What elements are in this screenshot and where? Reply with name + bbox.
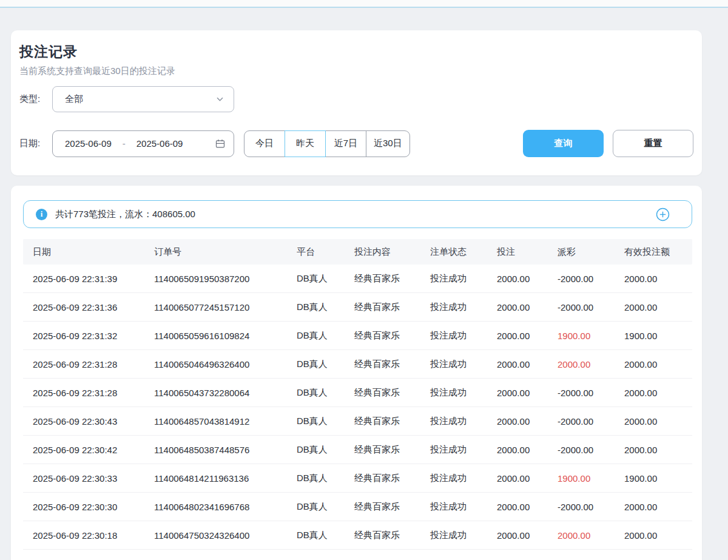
column-header: 注单状态 (420, 246, 487, 258)
cell-payout: -2000.00 (548, 388, 615, 398)
cell-platform: DB真人 (287, 302, 345, 313)
page-title: 投注记录 (19, 42, 693, 61)
quick-range-button[interactable]: 昨天 (285, 130, 326, 157)
cell-status: 投注成功 (420, 473, 487, 484)
cell-valid-amount: 2000.00 (615, 416, 692, 427)
summary-banner: i 共计773笔投注，流水：408605.00 (23, 200, 692, 228)
table-row: 2025-06-09 22:31:39 1140065091950387200 … (23, 265, 692, 293)
results-card: i 共计773笔投注，流水：408605.00 日期订单号平台投注内容注单状态投… (11, 186, 702, 560)
cell-status: 投注成功 (420, 501, 487, 513)
cell-bet-content: 经典百家乐 (345, 273, 420, 285)
cell-valid-amount: 2000.00 (615, 388, 692, 398)
cell-bet-content: 经典百家乐 (345, 530, 420, 541)
cell-payout: -2000.00 (548, 445, 615, 455)
plus-circle-icon[interactable] (656, 207, 670, 221)
top-strip (0, 0, 728, 7)
cell-payout: -2000.00 (548, 302, 615, 312)
cell-order-number: 1140064857043814912 (144, 416, 287, 427)
cell-status: 投注成功 (420, 330, 487, 342)
table-row: 2025-06-09 22:30:42 1140064850387448576 … (23, 436, 692, 464)
cell-payout: -2000.00 (548, 502, 615, 512)
table-row: 2025-06-09 22:31:32 1140065059616109824 … (23, 322, 692, 350)
cell-bet-content: 经典百家乐 (345, 473, 420, 484)
cell-platform: DB真人 (287, 473, 345, 484)
bet-records-table: 日期订单号平台投注内容注单状态投注派彩有效投注额 2025-06-09 22:3… (23, 239, 692, 550)
cell-order-number: 1140064802341696768 (144, 502, 287, 512)
cell-payout: 1900.00 (548, 473, 615, 484)
cell-bet-content: 经典百家乐 (345, 302, 420, 313)
cell-date: 2025-06-09 22:30:33 (23, 473, 144, 484)
cell-valid-amount: 2000.00 (615, 302, 692, 312)
cell-date: 2025-06-09 22:30:18 (23, 530, 144, 541)
type-select-value: 全部 (65, 93, 216, 105)
quick-range-button[interactable]: 近30日 (366, 130, 410, 157)
cell-payout: 2000.00 (548, 530, 615, 541)
date-range-input[interactable]: 2025-06-09 - 2025-06-09 (52, 130, 234, 157)
cell-order-number: 1140065091950387200 (144, 274, 287, 284)
cell-platform: DB真人 (287, 530, 345, 541)
cell-platform: DB真人 (287, 444, 345, 456)
cell-valid-amount: 1900.00 (615, 473, 692, 484)
cell-bet-content: 经典百家乐 (345, 387, 420, 399)
cell-date: 2025-06-09 22:31:32 (23, 331, 144, 341)
table-row: 2025-06-09 22:30:43 1140064857043814912 … (23, 407, 692, 436)
cell-bet-content: 经典百家乐 (345, 416, 420, 427)
column-header: 订单号 (144, 246, 287, 258)
query-button[interactable]: 查询 (523, 130, 604, 157)
cell-date: 2025-06-09 22:30:42 (23, 445, 144, 455)
cell-date: 2025-06-09 22:31:28 (23, 388, 144, 398)
cell-date: 2025-06-09 22:30:43 (23, 416, 144, 427)
summary-text: 共计773笔投注，流水：408605.00 (55, 209, 195, 220)
cell-status: 投注成功 (420, 302, 487, 313)
cell-bet-amount: 2000.00 (487, 416, 548, 427)
cell-platform: DB真人 (287, 273, 345, 285)
filter-card: 投注记录 当前系统支持查询最近30日的投注记录 类型: 全部 日期: 2025-… (11, 30, 702, 175)
cell-platform: DB真人 (287, 359, 345, 370)
cell-status: 投注成功 (420, 387, 487, 399)
cell-order-number: 1140065077245157120 (144, 302, 287, 312)
cell-order-number: 1140064850387448576 (144, 445, 287, 455)
type-filter-row: 类型: 全部 (19, 86, 693, 112)
page: 投注记录 当前系统支持查询最近30日的投注记录 类型: 全部 日期: 2025-… (0, 0, 728, 560)
reset-button[interactable]: 重置 (613, 130, 693, 157)
date-end-value: 2025-06-09 (136, 138, 183, 149)
cell-bet-amount: 2000.00 (487, 302, 548, 312)
date-filter-row: 日期: 2025-06-09 - 2025-06-09 今日昨天近7日近30日 … (19, 130, 693, 157)
page-subtitle: 当前系统支持查询最近30日的投注记录 (19, 66, 693, 77)
cell-bet-amount: 2000.00 (487, 530, 548, 541)
chevron-down-icon (216, 95, 224, 103)
cell-status: 投注成功 (420, 273, 487, 285)
cell-status: 投注成功 (420, 416, 487, 427)
calendar-icon (215, 139, 225, 149)
cell-platform: DB真人 (287, 416, 345, 427)
table-row: 2025-06-09 22:31:36 1140065077245157120 … (23, 293, 692, 322)
cell-date: 2025-06-09 22:31:28 (23, 359, 144, 369)
cell-valid-amount: 2000.00 (615, 359, 692, 369)
cell-order-number: 1140065043732280064 (144, 388, 287, 398)
table-row: 2025-06-09 22:30:18 1140064750324326400 … (23, 521, 692, 550)
column-header: 投注内容 (345, 246, 420, 258)
cell-date: 2025-06-09 22:31:39 (23, 274, 144, 284)
cell-bet-amount: 2000.00 (487, 331, 548, 341)
info-icon: i (36, 209, 47, 220)
cell-status: 投注成功 (420, 530, 487, 541)
table-row: 2025-06-09 22:31:28 1140065046496326400 … (23, 350, 692, 379)
cell-valid-amount: 2000.00 (615, 502, 692, 512)
quick-range-button[interactable]: 今日 (244, 130, 285, 157)
type-select[interactable]: 全部 (52, 86, 234, 112)
quick-range-button[interactable]: 近7日 (325, 130, 366, 157)
cell-valid-amount: 2000.00 (615, 445, 692, 455)
date-range-separator: - (123, 138, 126, 149)
table-row: 2025-06-09 22:30:33 1140064814211963136 … (23, 464, 692, 493)
cell-payout: -2000.00 (548, 274, 615, 284)
cell-bet-amount: 2000.00 (487, 445, 548, 455)
cell-bet-amount: 2000.00 (487, 502, 548, 512)
column-header: 有效投注额 (615, 246, 692, 258)
column-header: 派彩 (548, 246, 615, 258)
cell-bet-amount: 2000.00 (487, 473, 548, 484)
cell-bet-content: 经典百家乐 (345, 359, 420, 370)
cell-payout: 1900.00 (548, 331, 615, 341)
cell-date: 2025-06-09 22:30:30 (23, 502, 144, 512)
cell-valid-amount: 1900.00 (615, 331, 692, 341)
cell-bet-content: 经典百家乐 (345, 330, 420, 342)
